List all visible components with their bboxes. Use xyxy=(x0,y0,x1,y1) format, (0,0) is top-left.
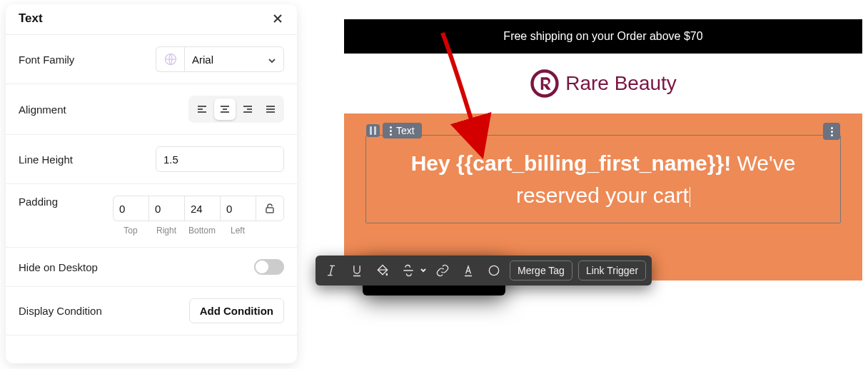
close-icon[interactable] xyxy=(271,12,284,25)
text-block[interactable]: Text Hey {{cart_billing_first_name}}! We… xyxy=(365,135,841,223)
align-right-button[interactable] xyxy=(237,98,258,120)
brand-logo-icon xyxy=(530,69,560,98)
line-height-label: Line Height xyxy=(19,153,73,166)
text-color-button[interactable] xyxy=(458,261,478,280)
hide-desktop-row: Hide on Desktop xyxy=(6,247,297,286)
text-cursor xyxy=(690,187,690,207)
padding-bottom-sublabel: Bottom xyxy=(188,226,216,236)
display-condition-row: Display Condition Add Condition xyxy=(6,286,297,335)
email-preview: Free shipping on your Order above $70 Ra… xyxy=(344,19,862,280)
hide-desktop-toggle[interactable] xyxy=(254,259,284,275)
chevron-down-icon xyxy=(268,55,276,64)
hide-desktop-label: Hide on Desktop xyxy=(19,261,98,273)
underline-button[interactable] xyxy=(347,261,367,280)
link-trigger-button[interactable]: Link Trigger xyxy=(578,261,646,280)
align-left-button[interactable] xyxy=(191,98,213,120)
paint-bucket-icon[interactable] xyxy=(373,261,393,280)
shipping-banner-text: Free shipping on your Order above $70 xyxy=(503,30,702,43)
padding-right-sublabel: Right xyxy=(156,226,176,236)
svg-rect-1 xyxy=(266,208,273,213)
drag-handle-icon[interactable] xyxy=(366,124,380,137)
svg-point-2 xyxy=(533,71,557,96)
alignment-row: Alignment xyxy=(6,84,297,134)
padding-bottom-input[interactable] xyxy=(184,196,220,221)
italic-button[interactable] xyxy=(321,261,341,280)
font-family-value: Arial xyxy=(192,54,213,66)
panel-title: Text xyxy=(19,11,43,26)
text-format-toolbar: Merge Tag Link Trigger xyxy=(316,256,652,285)
brand-logo-bar: Rare Beauty xyxy=(344,54,862,113)
font-family-select[interactable]: Arial xyxy=(184,46,284,72)
add-condition-button[interactable]: Add Condition xyxy=(189,298,284,323)
line-height-row: Line Height xyxy=(6,134,297,183)
padding-left-input[interactable] xyxy=(220,196,256,221)
circle-icon[interactable] xyxy=(484,261,504,280)
font-family-label: Font Family xyxy=(19,54,74,66)
alignment-group xyxy=(188,96,284,123)
headline-bold: Hey {{cart_billing_first_name}}! xyxy=(411,151,732,175)
padding-top-sublabel: Top xyxy=(123,226,137,236)
brand-name: Rare Beauty xyxy=(565,72,677,95)
padding-row: Padding Top Right Bottom Left xyxy=(6,183,297,247)
padding-right-input[interactable] xyxy=(148,196,184,221)
merge-tag-button[interactable]: Merge Tag xyxy=(510,261,572,280)
headline-text[interactable]: Hey {{cart_billing_first_name}}! We've r… xyxy=(380,147,826,211)
panel-header: Text xyxy=(6,4,297,34)
padding-label: Padding xyxy=(19,196,58,208)
padding-left-sublabel: Left xyxy=(231,226,245,236)
strikethrough-button[interactable] xyxy=(398,261,427,280)
chevron-down-icon xyxy=(420,264,427,277)
padding-top-input[interactable] xyxy=(113,196,148,221)
font-family-control: Arial xyxy=(156,46,284,72)
block-tag-row: Text xyxy=(366,123,422,138)
line-height-input[interactable] xyxy=(156,146,284,172)
align-center-button[interactable] xyxy=(214,98,236,120)
display-condition-label: Display Condition xyxy=(19,305,102,317)
padding-group: Top Right Bottom Left xyxy=(113,196,284,236)
svg-point-3 xyxy=(489,266,498,275)
link-button[interactable] xyxy=(433,261,453,280)
block-more-button[interactable] xyxy=(823,123,840,140)
block-type-label: Text xyxy=(396,125,415,136)
shipping-banner: Free shipping on your Order above $70 xyxy=(344,19,862,54)
font-family-row: Font Family Arial xyxy=(6,34,297,84)
padding-lock-button[interactable] xyxy=(256,196,284,221)
alignment-label: Alignment xyxy=(19,103,66,116)
block-type-tag[interactable]: Text xyxy=(383,123,422,138)
text-settings-panel: Text Font Family Arial Alignment Line He… xyxy=(6,4,297,363)
align-justify-button[interactable] xyxy=(260,98,281,120)
globe-icon[interactable] xyxy=(156,46,184,72)
